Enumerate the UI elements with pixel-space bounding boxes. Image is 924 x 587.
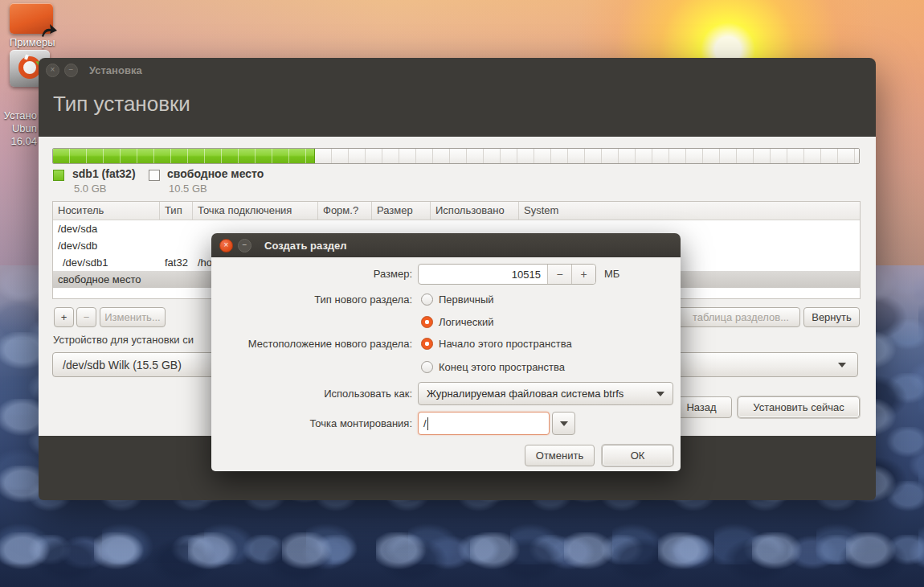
- radio-logical[interactable]: [421, 316, 433, 328]
- window-title: Установка: [89, 64, 142, 76]
- column-header-type[interactable]: Тип: [160, 202, 193, 220]
- column-header-system[interactable]: System: [519, 202, 860, 220]
- legend-swatch-sdb1: [53, 170, 64, 181]
- boot-device-label: Устройство для установки си: [53, 334, 194, 346]
- window-close-button[interactable]: ×: [46, 64, 59, 77]
- radio-primary-label[interactable]: Первичный: [439, 294, 494, 306]
- mount-point-input[interactable]: /: [418, 412, 550, 435]
- partition-table-header: Носитель Тип Точка подключения Форм.? Ра…: [53, 202, 860, 220]
- boot-device-value: /dev/sdb Wilk (15.5 GB): [63, 359, 182, 371]
- size-label: Размер:: [374, 268, 412, 280]
- column-header-device[interactable]: Носитель: [53, 202, 160, 220]
- size-decrement-button[interactable]: −: [547, 265, 571, 284]
- partition-bar: [52, 148, 860, 164]
- column-header-used[interactable]: Использовано: [431, 202, 519, 220]
- desktop-icon-examples[interactable]: Примеры: [10, 3, 55, 48]
- partition-bar-sdb1: [53, 149, 315, 163]
- column-header-format[interactable]: Форм.?: [318, 202, 372, 220]
- install-now-button[interactable]: Установить сейчас: [738, 396, 860, 418]
- add-partition-button[interactable]: +: [54, 307, 74, 327]
- installer-titlebar[interactable]: × − Установка: [39, 58, 876, 82]
- use-as-combo[interactable]: Журналируемая файловая система btrfs: [418, 382, 673, 405]
- column-header-mountpoint[interactable]: Точка подключения: [193, 202, 318, 220]
- radio-end[interactable]: [421, 361, 433, 373]
- legend-label-sdb1: sdb1 (fat32): [72, 167, 136, 180]
- examples-folder-icon: [10, 3, 53, 34]
- legend-swatch-free: [149, 170, 160, 181]
- radio-beginning[interactable]: [421, 338, 433, 350]
- remove-partition-button[interactable]: −: [76, 307, 96, 327]
- mount-point-value: /: [423, 417, 427, 429]
- dialog-close-button[interactable]: ×: [219, 239, 233, 252]
- partition-type-label: Тип нового раздела:: [314, 294, 412, 306]
- page-title: Тип установки: [53, 92, 190, 117]
- dialog-title: Создать раздел: [264, 240, 347, 252]
- create-partition-dialog: × − Создать раздел Размер: 10515 − + МБ …: [211, 233, 681, 471]
- ok-button[interactable]: ОК: [602, 445, 673, 466]
- partition-bar-free: [315, 149, 859, 163]
- dialog-titlebar[interactable]: × − Создать раздел: [211, 233, 681, 257]
- column-header-size[interactable]: Размер: [372, 202, 431, 220]
- use-as-value: Журналируемая файловая система btrfs: [427, 388, 623, 400]
- size-unit-label: МБ: [604, 268, 619, 280]
- size-spinbox[interactable]: 10515 − +: [418, 264, 596, 285]
- mount-point-dropdown-button[interactable]: [552, 412, 575, 435]
- shortcut-arrow-icon: [40, 23, 58, 39]
- size-value[interactable]: 10515: [419, 265, 547, 284]
- chevron-down-icon: [560, 421, 568, 426]
- radio-primary[interactable]: [421, 294, 433, 306]
- legend-label-free: свободное место: [167, 167, 264, 180]
- dialog-minimize-button[interactable]: −: [238, 239, 251, 252]
- use-as-label: Использовать как:: [324, 388, 412, 400]
- radio-beginning-label[interactable]: Начало этого пространства: [439, 338, 572, 350]
- legend-size-sdb1: 5.0 GB: [74, 183, 106, 195]
- size-increment-button[interactable]: +: [571, 265, 595, 284]
- radio-logical-label[interactable]: Логический: [439, 316, 493, 328]
- revert-button[interactable]: Вернуть: [803, 307, 860, 327]
- window-minimize-button[interactable]: −: [64, 64, 78, 77]
- radio-end-label[interactable]: Конец этого пространства: [439, 361, 565, 373]
- cancel-button[interactable]: Отменить: [525, 445, 595, 466]
- location-label: Местоположение нового раздела:: [248, 338, 412, 350]
- desktop: Примеры Устано Ubun 16.04 × − Установка …: [0, 0, 924, 587]
- mount-point-label: Точка монтирования:: [309, 417, 412, 429]
- installer-label: Устано Ubun 16.04: [0, 109, 37, 148]
- text-cursor: [427, 417, 428, 430]
- legend-size-free: 10.5 GB: [169, 183, 207, 195]
- change-partition-button[interactable]: Изменить...: [100, 307, 166, 327]
- chevron-down-icon: [656, 392, 664, 396]
- chevron-down-icon: [838, 363, 846, 367]
